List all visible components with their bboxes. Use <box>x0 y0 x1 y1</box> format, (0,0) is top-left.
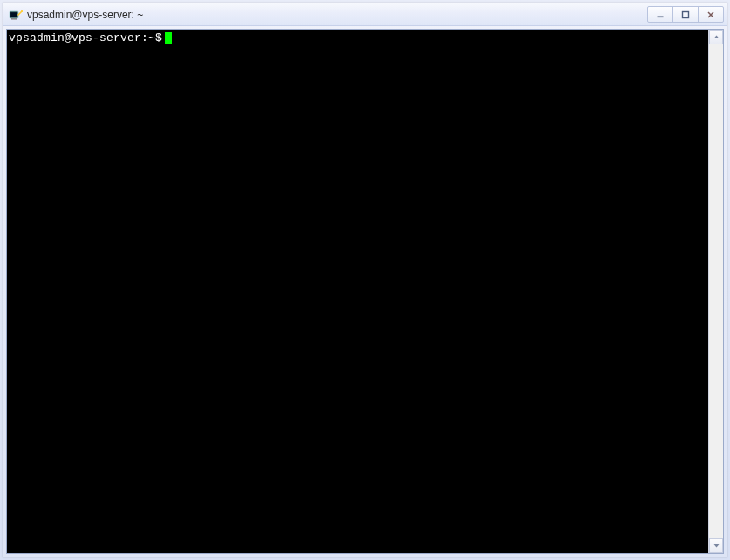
window-title: vpsadmin@vps-server: ~ <box>27 9 648 21</box>
titlebar[interactable]: vpsadmin@vps-server: ~ <box>3 3 727 26</box>
svg-rect-1 <box>10 12 17 17</box>
svg-rect-3 <box>11 18 17 20</box>
scroll-track[interactable] <box>709 44 723 538</box>
scroll-up-button[interactable] <box>709 30 723 44</box>
svg-rect-4 <box>658 16 664 17</box>
scroll-down-button[interactable] <box>709 538 723 553</box>
terminal-cursor <box>165 32 172 44</box>
maximize-button[interactable] <box>672 6 699 23</box>
svg-rect-5 <box>683 11 689 17</box>
prompt-text: vpsadmin@vps-server:~$ <box>9 31 162 44</box>
window-controls <box>648 6 724 23</box>
vertical-scrollbar[interactable] <box>708 30 723 553</box>
svg-point-2 <box>21 10 23 12</box>
putty-icon <box>9 8 23 22</box>
close-button[interactable] <box>698 6 724 23</box>
terminal[interactable]: vpsadmin@vps-server:~$ <box>7 30 708 553</box>
client-area: vpsadmin@vps-server:~$ <box>6 29 724 554</box>
putty-window: vpsadmin@vps-server: ~ vpsadmin@vps-serv… <box>3 3 727 557</box>
minimize-button[interactable] <box>647 6 673 23</box>
